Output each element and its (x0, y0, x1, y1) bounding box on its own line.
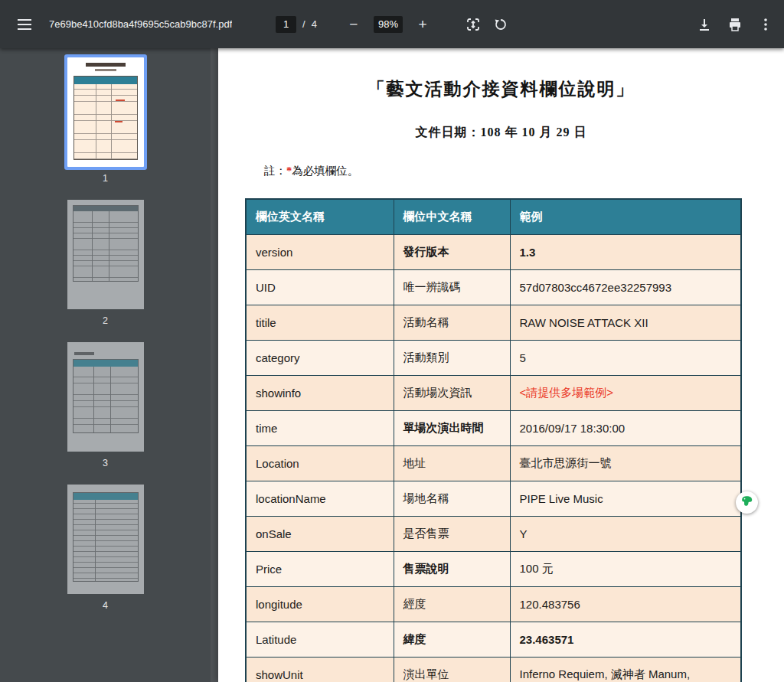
field-table: 欄位英文名稱欄位中文名稱範例 version發行版本1.3UID唯一辨識碼57d… (245, 198, 742, 682)
zoom-in-button[interactable]: + (409, 11, 436, 38)
mini-subtitle-line (95, 69, 116, 71)
mini-table (74, 76, 138, 160)
cell-field-name-en: Location (246, 446, 394, 481)
cell-example: 100 元 (510, 552, 741, 587)
mini-table (73, 205, 139, 282)
mini-table (73, 492, 139, 582)
table-row: Location地址臺北市思源街一號 (246, 446, 741, 481)
table-row: onSale是否售票Y (246, 517, 741, 552)
table-header-row: 欄位英文名稱欄位中文名稱範例 (246, 199, 741, 235)
cell-field-name-zh: 是否售票 (394, 517, 510, 552)
pdf-viewer-window: 7e69be410cfd8ba4f9695c5cab9bc87f.pdf 1 /… (0, 0, 784, 682)
cell-example: PIPE Live Music (510, 481, 741, 517)
print-button[interactable] (721, 11, 749, 38)
page-number-input[interactable]: 1 (276, 16, 296, 33)
mini-table (73, 359, 139, 433)
cell-field-name-zh: 經度 (394, 587, 510, 622)
evernote-elephant-icon (740, 494, 754, 511)
cell-example: RAW NOISE ATTACK XII (510, 305, 741, 341)
column-header: 欄位中文名稱 (394, 199, 510, 235)
cell-example: 57d07803cc4672ee32257993 (510, 270, 741, 305)
cell-example: <請提供多場範例> (510, 376, 741, 411)
thumbnail-item-4[interactable]: 4 (67, 485, 144, 611)
menu-button[interactable] (11, 11, 38, 38)
fit-page-button[interactable] (459, 11, 487, 38)
mini-title-line (86, 63, 126, 67)
table-row: UID唯一辨識碼57d07803cc4672ee32257993 (246, 270, 741, 305)
cell-field-name-en: locationName (246, 481, 394, 517)
thumbnail-page-3[interactable] (67, 342, 144, 452)
thumbnail-item-1[interactable]: 1 (67, 57, 144, 184)
cell-field-name-zh: 單場次演出時間 (394, 411, 510, 446)
page-count: 4 (312, 18, 317, 30)
table-row: locationName場地名稱PIPE Live Music (246, 481, 741, 517)
cell-field-name-zh: 地址 (394, 446, 510, 481)
cell-field-name-en: Price (246, 552, 394, 587)
pdf-page-1: 「藝文活動介接資料欄位說明」 文件日期：108 年 10 月 29 日 註：*為… (218, 48, 784, 682)
cell-field-name-en: version (246, 235, 394, 270)
cell-field-name-en: longitude (246, 587, 394, 622)
cell-field-name-zh: 活動場次資訊 (394, 376, 510, 411)
cell-field-name-zh: 發行版本 (394, 235, 510, 270)
table-row: time單場次演出時間2016/09/17 18:30:00 (246, 411, 741, 446)
thumbnail-page-number: 4 (103, 600, 108, 611)
cell-field-name-en: UID (246, 270, 394, 305)
table-row: version發行版本1.3 (246, 235, 741, 270)
three-dot-menu-icon (764, 18, 767, 31)
table-body: version發行版本1.3UID唯一辨識碼57d07803cc4672ee32… (246, 235, 741, 682)
cell-field-name-zh: 活動名稱 (394, 305, 510, 341)
cell-example: 120.483756 (510, 587, 741, 622)
thumbnail-page-number: 1 (103, 173, 108, 184)
cell-example: 5 (510, 341, 741, 376)
cell-field-name-en: category (246, 341, 394, 376)
table-row: Price售票說明100 元 (246, 552, 741, 587)
document-title: 「藝文活動介接資料欄位說明」 (218, 77, 784, 101)
download-button[interactable] (691, 11, 718, 38)
toolbar-right-group (514, 11, 784, 38)
pdf-viewer-area[interactable]: 「藝文活動介接資料欄位說明」 文件日期：108 年 10 月 29 日 註：*為… (211, 48, 784, 682)
evernote-clipper-button[interactable] (736, 491, 758, 514)
thumbnail-page-number: 2 (103, 315, 108, 326)
column-header: 欄位英文名稱 (246, 199, 394, 235)
table-row: category活動類別5 (246, 341, 741, 376)
cell-example: 1.3 (510, 235, 741, 270)
pdf-toolbar: 7e69be410cfd8ba4f9695c5cab9bc87f.pdf 1 /… (0, 0, 784, 48)
rotate-counterclockwise-icon (493, 17, 508, 32)
thumbnail-item-2[interactable]: 2 (67, 200, 144, 326)
column-header: 範例 (510, 199, 741, 235)
page-divider: / (302, 18, 305, 30)
thumbnail-item-3[interactable]: 3 (67, 342, 144, 468)
cell-field-name-zh: 緯度 (394, 622, 510, 658)
fit-page-icon (466, 17, 481, 32)
note-suffix: 為必填欄位。 (292, 165, 358, 177)
table-row: showUnit演出單位Inferno Requiem, 滅神者 Manum, (246, 658, 741, 682)
cell-example: Inferno Requiem, 滅神者 Manum, (510, 658, 741, 682)
cell-field-name-en: titile (246, 305, 394, 341)
thumbnail-page-1[interactable] (67, 57, 144, 167)
document-date: 文件日期：108 年 10 月 29 日 (218, 125, 784, 141)
download-icon (697, 17, 712, 32)
thumbnail-list: 1234 (67, 57, 144, 627)
cell-example: 2016/09/17 18:30:00 (510, 411, 741, 446)
thumbnail-page-4[interactable] (67, 485, 144, 594)
note-prefix: 註： (264, 165, 286, 177)
thumbnail-page-2[interactable] (67, 200, 144, 309)
cell-field-name-en: showUnit (246, 658, 394, 682)
cell-field-name-zh: 演出單位 (394, 658, 510, 682)
thumbnail-page-number: 3 (103, 458, 108, 468)
zoom-out-button[interactable]: − (340, 11, 368, 38)
cell-example: 臺北市思源街一號 (510, 446, 741, 481)
hamburger-icon (18, 19, 31, 30)
more-options-button[interactable] (752, 11, 779, 38)
cell-field-name-zh: 活動類別 (394, 341, 510, 376)
cell-field-name-en: Latitude (246, 622, 394, 658)
required-field-note: 註：*為必填欄位。 (264, 164, 784, 178)
cell-field-name-zh: 唯一辨識碼 (394, 270, 510, 305)
cell-example: 23.463571 (510, 622, 741, 658)
rotate-button[interactable] (487, 11, 514, 38)
cell-field-name-en: showinfo (246, 376, 394, 411)
table-row: showinfo活動場次資訊<請提供多場範例> (246, 376, 741, 411)
cell-field-name-en: time (246, 411, 394, 446)
table-row: Latitude緯度23.463571 (246, 622, 741, 658)
zoom-level-badge[interactable]: 98% (374, 16, 403, 33)
